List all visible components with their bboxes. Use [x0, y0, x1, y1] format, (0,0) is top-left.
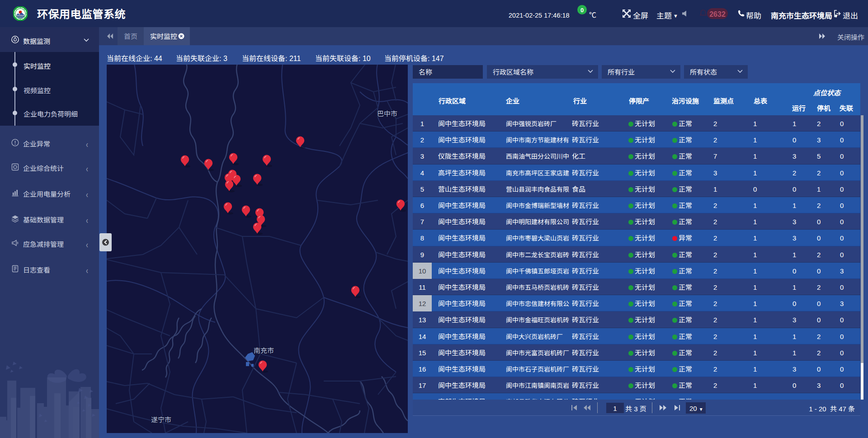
svg-text:遂宁市: 遂宁市 — [151, 414, 171, 424]
svg-text:巴中市: 巴中市 — [377, 108, 397, 118]
svg-text:南充市: 南充市 — [254, 345, 274, 355]
